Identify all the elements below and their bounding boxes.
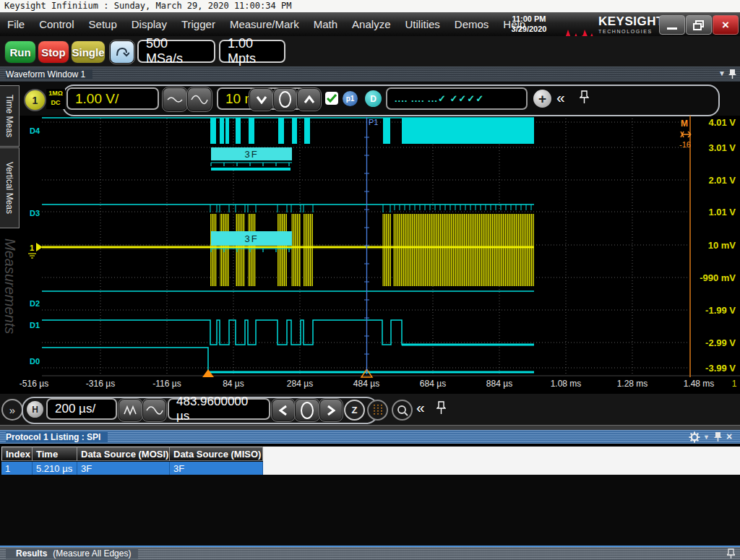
vlabel-8: -3.99 V (705, 363, 736, 374)
add-channel-button[interactable]: + (533, 90, 551, 108)
d4-bus-value: 3F (244, 149, 258, 160)
close-button[interactable]: × (713, 15, 739, 35)
zoom-z-button[interactable]: Z (344, 400, 365, 421)
channel-control-bar: 1 1MΩ DC 1.00 V/ 10 mV p1 D .... .... ..… (0, 82, 740, 116)
menu-control[interactable]: Control (32, 18, 81, 30)
analog-ch1-bursts[interactable] (210, 214, 534, 286)
tlabel-4: 284 µs (287, 379, 313, 389)
results-subtitle: (Measure All Edges) (53, 548, 138, 559)
menu-display[interactable]: Display (124, 18, 174, 30)
col-header-time[interactable]: Time (33, 447, 77, 461)
green-check-icon (327, 94, 337, 103)
d0-label: D0 (30, 357, 40, 366)
coupling-button[interactable]: 1MΩ DC (46, 89, 65, 109)
d3-edge-ticks (210, 204, 531, 212)
results-titlebar: Results (Measure All Edges) (0, 547, 740, 560)
table-header-fill (263, 447, 740, 462)
position-zero-button[interactable] (295, 399, 319, 421)
row-cell-time[interactable]: 5.210 µs (33, 462, 77, 475)
tlabel-5: 484 µs (353, 379, 379, 389)
tlabel-7: 884 µs (486, 379, 512, 389)
position-left-button[interactable] (272, 399, 295, 421)
tlabel-1: -316 µs (86, 379, 115, 389)
memory-depth-field[interactable]: 1.00 Mpts (219, 40, 285, 63)
channel-1-button[interactable]: 1 (24, 89, 46, 111)
magnifier-icon (397, 405, 408, 416)
offset-up-button[interactable] (297, 88, 321, 111)
chevron-down-icon (256, 95, 267, 104)
protocol-close-icon[interactable]: × (726, 431, 732, 442)
col-header-miso[interactable]: Data Source (MISO) (170, 447, 263, 461)
row-cell-index[interactable]: 1 (1, 462, 33, 475)
digital-d-button[interactable]: D (365, 90, 382, 107)
timebase-zoom-in-button[interactable] (119, 399, 142, 421)
vlabel-4: 10 mV (708, 240, 736, 251)
sample-rate-field[interactable]: 500 MSa/s (137, 40, 215, 63)
waveform-window-titlebar: Waveform Window 1 ▼ (0, 66, 740, 82)
m-label: M (681, 119, 688, 129)
restore-button[interactable] (686, 15, 712, 35)
gate-button[interactable] (367, 400, 388, 421)
collapse-chevrons[interactable]: « (556, 89, 565, 106)
d3-label: D3 (30, 209, 40, 217)
hbar-collapse-chevrons[interactable]: « (416, 399, 425, 416)
tlabel-10: 1.48 ms (684, 379, 715, 389)
loop-arrow-icon (115, 46, 129, 59)
vertical-scale-field[interactable]: 1.00 V/ (66, 87, 159, 110)
single-button[interactable]: Single (71, 40, 106, 64)
menu-measure-mark[interactable]: Measure/Mark (223, 18, 306, 30)
waveform-window-caret-icon[interactable]: ▼ (718, 69, 726, 77)
minimize-button[interactable] (659, 15, 685, 35)
restore-icon (693, 20, 705, 30)
horizontal-position-field[interactable]: 483.9600000 µs (168, 398, 270, 420)
menu-demos[interactable]: Demos (447, 18, 496, 30)
menu-analyze[interactable]: Analyze (345, 18, 397, 30)
ch1-ground-marker[interactable]: 1 (28, 243, 43, 258)
menu-trigger[interactable]: Trigger (174, 18, 223, 30)
scope-display[interactable]: 3F (0, 116, 740, 394)
menu-setup[interactable]: Setup (82, 18, 124, 30)
col-header-index[interactable]: Index (1, 447, 33, 461)
tlabel-2: -116 µs (152, 379, 181, 389)
chevron-up-icon (304, 95, 315, 104)
protocol-gear-icon[interactable] (689, 431, 700, 443)
touch-loop-button[interactable] (110, 40, 134, 64)
menu-utilities[interactable]: Utilities (397, 18, 447, 30)
channel-bar-pin-icon[interactable] (580, 90, 589, 104)
menu-file[interactable]: File (0, 18, 32, 30)
stop-button[interactable]: Stop (38, 40, 69, 64)
timebase-scale-field[interactable]: 200 µs/ (46, 398, 117, 420)
search-zoom-button[interactable] (392, 400, 413, 421)
scale-decrease-button[interactable] (163, 87, 187, 111)
d1-trace[interactable] (42, 320, 534, 345)
offset-down-button[interactable] (249, 88, 273, 111)
protocol-caret-icon[interactable]: ▼ (703, 434, 710, 441)
d1-label: D1 (30, 321, 40, 329)
probe-p1-button[interactable]: p1 (343, 91, 358, 106)
waveform-window-pin-icon[interactable] (728, 69, 736, 79)
row-cell-miso[interactable]: 3F (170, 462, 263, 475)
close-icon: × (722, 18, 729, 33)
menu-math[interactable]: Math (306, 18, 345, 30)
timebase-zoom-out-button[interactable] (142, 399, 166, 421)
expand-panel-button[interactable]: » (1, 399, 23, 421)
row-cell-mosi[interactable]: 3F (77, 462, 170, 475)
d0-trace[interactable] (42, 348, 534, 372)
results-pin-icon[interactable] (727, 548, 735, 559)
acquisition-toolbar: Run Stop Single 500 MSa/s 1.00 Mpts T ↺ … (0, 36, 740, 66)
protocol-pin-icon[interactable] (714, 431, 722, 442)
horizontal-control-bar: » H 200 µs/ 483.9600000 µs Z (0, 394, 740, 425)
tlabel-8: 1.08 ms (551, 379, 582, 389)
vlabel-1: 3.01 V (708, 142, 736, 153)
d4-label: D4 (30, 126, 40, 135)
run-button[interactable]: Run (4, 40, 36, 64)
digital-channel-pattern-field[interactable]: .... .... ...✓ ✓✓✓✓ (386, 87, 528, 110)
m-value: -16 (679, 140, 691, 149)
position-right-button[interactable] (319, 399, 343, 421)
scale-increase-button[interactable] (187, 87, 212, 111)
hbar-pin-icon[interactable] (436, 401, 446, 415)
horizontal-h-button[interactable]: H (27, 401, 43, 418)
col-header-mosi[interactable]: Data Source (MOSI) (77, 447, 170, 461)
offset-zero-button[interactable] (273, 88, 297, 111)
channel-enable-checkbox[interactable] (325, 92, 338, 105)
